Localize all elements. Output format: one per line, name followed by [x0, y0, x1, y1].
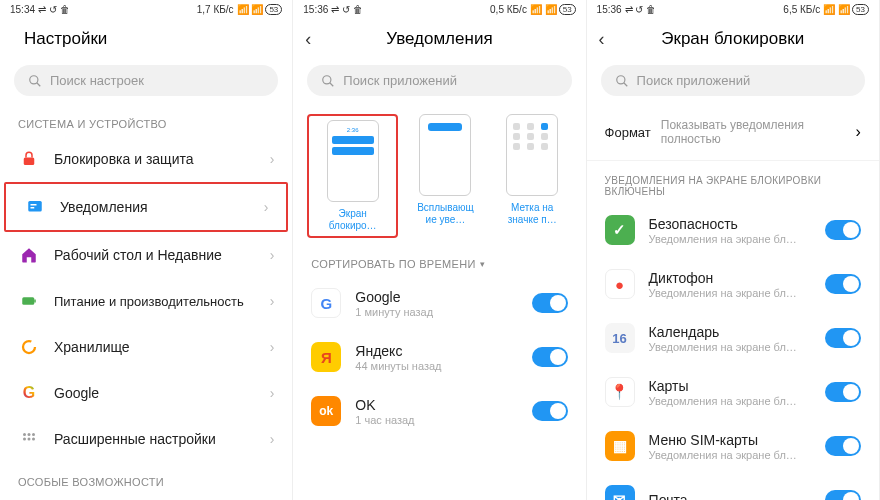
search-icon [615, 74, 629, 88]
lock-icon [18, 148, 40, 170]
toggle-switch[interactable] [532, 401, 568, 421]
svg-rect-6 [22, 297, 34, 305]
toggle-switch[interactable] [825, 490, 861, 500]
svg-point-8 [23, 341, 35, 353]
status-icons-left: ⇌ ↺ 🗑 [38, 4, 70, 15]
status-bar: 15:36 ⇌ ↺ 🗑 6,5 КБ/с 📶 📶 53 [587, 0, 879, 19]
status-bar: 15:34 ⇌ ↺ 🗑 1,7 КБ/с 📶 📶 53 [0, 0, 292, 19]
search-icon [28, 74, 42, 88]
svg-point-10 [28, 433, 31, 436]
toggle-switch[interactable] [825, 220, 861, 240]
toggle-switch[interactable] [825, 328, 861, 348]
yandex-app-icon: Я [311, 342, 341, 372]
app-row-maps[interactable]: 📍 Карты Уведомления на экране бл… [587, 365, 879, 419]
recorder-app-icon: ● [605, 269, 635, 299]
svg-point-17 [616, 75, 624, 83]
svg-rect-5 [31, 207, 35, 209]
setting-notifications[interactable]: Уведомления › [4, 182, 288, 232]
toggle-switch[interactable] [825, 436, 861, 456]
sort-by-time[interactable]: СОРТИРОВАТЬ ПО ВРЕМЕНИ ▾ [293, 244, 585, 276]
storage-icon [18, 336, 40, 358]
toggle-switch[interactable] [825, 382, 861, 402]
search-input[interactable]: Поиск приложений [601, 65, 865, 96]
page-title: Экран блокировки [603, 29, 863, 49]
chevron-right-icon: › [270, 293, 275, 309]
app-row-ok[interactable]: ok OK 1 час назад [293, 384, 585, 438]
card-badge[interactable]: Метка на значке п… [493, 114, 572, 238]
search-input[interactable]: Поиск настроек [14, 65, 278, 96]
svg-point-12 [23, 438, 26, 441]
svg-point-15 [323, 75, 331, 83]
google-app-icon: G [311, 288, 341, 318]
section-header: ОСОБЫЕ ВОЗМОЖНОСТИ [0, 462, 292, 494]
chevron-right-icon: › [270, 431, 275, 447]
app-row-google[interactable]: G Google 1 минуту назад [293, 276, 585, 330]
app-row-security[interactable]: ✓ Безопасность Уведомления на экране бл… [587, 203, 879, 257]
card-floating[interactable]: Всплывающие уве… [406, 114, 485, 238]
status-icons-right: 📶 📶 53 [823, 4, 869, 15]
setting-google[interactable]: G Google › [0, 370, 292, 416]
search-input[interactable]: Поиск приложений [307, 65, 571, 96]
svg-line-18 [623, 82, 627, 86]
toggle-switch[interactable] [532, 293, 568, 313]
svg-point-0 [30, 75, 38, 83]
status-speed: 0,5 КБ/с [490, 4, 527, 15]
notification-icon [24, 196, 46, 218]
svg-rect-2 [24, 158, 35, 166]
status-icons-left: ⇌ ↺ 🗑 [625, 4, 657, 15]
search-icon [321, 74, 335, 88]
setting-advanced[interactable]: Расширенные настройки › [0, 416, 292, 462]
status-bar: 15:36 ⇌ ↺ 🗑 0,5 КБ/с 📶 📶 53 [293, 0, 585, 19]
svg-rect-7 [34, 300, 36, 303]
page-title: Уведомления [309, 29, 569, 49]
advanced-icon [18, 428, 40, 450]
maps-app-icon: 📍 [605, 377, 635, 407]
mail-app-icon: ✉ [605, 485, 635, 500]
chevron-right-icon: › [270, 151, 275, 167]
app-row-mail[interactable]: ✉ Почта [587, 473, 879, 500]
toggle-switch[interactable] [825, 274, 861, 294]
chevron-right-icon: › [856, 123, 861, 141]
floating-preview [419, 114, 471, 196]
chevron-right-icon: › [270, 385, 275, 401]
svg-line-1 [37, 82, 41, 86]
svg-rect-3 [28, 201, 42, 212]
badge-preview [506, 114, 558, 196]
setting-lock-protection[interactable]: Блокировка и защита › [0, 136, 292, 182]
search-placeholder: Поиск настроек [50, 73, 144, 88]
status-speed: 6,5 КБ/с [783, 4, 820, 15]
back-button[interactable]: ‹ [599, 29, 605, 50]
status-icons-right: 📶 📶 53 [237, 4, 283, 15]
svg-point-9 [23, 433, 26, 436]
chevron-right-icon: › [270, 339, 275, 355]
ok-app-icon: ok [311, 396, 341, 426]
search-placeholder: Поиск приложений [637, 73, 751, 88]
chevron-down-icon: ▾ [480, 259, 485, 269]
back-button[interactable]: ‹ [305, 29, 311, 50]
setting-power-performance[interactable]: Питание и производительность › [0, 278, 292, 324]
toggle-switch[interactable] [532, 347, 568, 367]
svg-line-16 [330, 82, 334, 86]
status-icons-right: 📶 📶 53 [530, 4, 576, 15]
status-speed: 1,7 КБ/с [197, 4, 234, 15]
search-placeholder: Поиск приложений [343, 73, 457, 88]
svg-point-13 [28, 438, 31, 441]
google-icon: G [18, 382, 40, 404]
status-time: 15:34 [10, 4, 35, 15]
app-row-recorder[interactable]: ● Диктофон Уведомления на экране бл… [587, 257, 879, 311]
svg-point-11 [32, 433, 35, 436]
chevron-right-icon: › [270, 247, 275, 263]
setting-home-recents[interactable]: Рабочий стол и Недавние › [0, 232, 292, 278]
app-row-calendar[interactable]: 16 Календарь Уведомления на экране бл… [587, 311, 879, 365]
app-row-sim-menu[interactable]: ▦ Меню SIM-карты Уведомления на экране б… [587, 419, 879, 473]
sim-app-icon: ▦ [605, 431, 635, 461]
status-time: 15:36 [303, 4, 328, 15]
chevron-right-icon: › [264, 199, 269, 215]
card-lockscreen[interactable]: 2:36 Экран блокиро… [307, 114, 398, 238]
format-row[interactable]: Формат Показывать уведомления полностью … [587, 104, 879, 161]
status-time: 15:36 [597, 4, 622, 15]
app-row-yandex[interactable]: Я Яндекс 44 минуты назад [293, 330, 585, 384]
setting-storage[interactable]: Хранилище › [0, 324, 292, 370]
section-header: СИСТЕМА И УСТРОЙСТВО [0, 104, 292, 136]
home-icon [18, 244, 40, 266]
